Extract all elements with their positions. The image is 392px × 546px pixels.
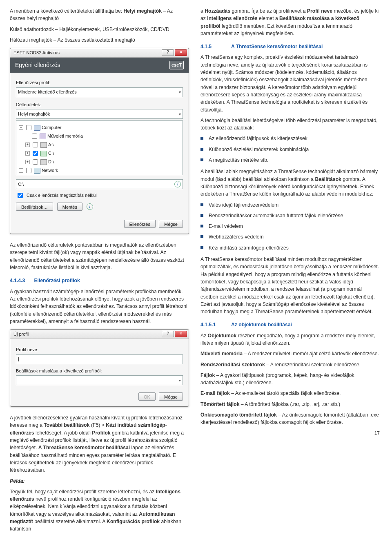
tree-checkbox[interactable] [32,134,37,139]
obj-memory: Műveleti memória – A rendszer műveleti m… [200,350,380,357]
objects-intro: Az Objektumok részben megadható, hogy a … [200,332,380,347]
ok-button[interactable]: OK [138,392,156,401]
list-item: Rendszerindításkor automatikusan futtato… [200,212,380,219]
tree-checkbox[interactable] [26,125,31,130]
list-item: Kézi indítású számítógép-ellenőrzés [200,244,380,252]
scan-button[interactable]: Ellenőrzés [124,220,156,228]
list-item: Különböző észlelési módszerek kombináció… [200,146,380,153]
titlebar: ESET NOD32 Antivirus ? ✕ [10,48,189,58]
eset-logo-icon: eseT [169,61,184,69]
heading-4151: 4.1.5.1 Az objektumok beállításai [200,321,380,328]
obj-email: E-mail fájlok – Az e-maileket tároló spe… [200,390,380,397]
threatsense-p1: A ThreatSense egy komplex, proaktív észl… [200,53,380,113]
computer-icon [34,125,40,131]
right-column: a Hozzáadás gombra. Írja be az új profil… [200,7,380,536]
window-title: ESET NOD32 Antivirus [13,49,159,56]
collapse-icon[interactable]: − [19,125,23,130]
obj-files: Fájlok – A gyakori fájltípusok (programo… [200,372,380,387]
cancel-button[interactable]: Mégse [159,220,183,228]
list-item: A megtisztítás mértéke stb. [200,156,380,164]
obj-boot: Rendszerindítási szektorok – A rendszeri… [200,361,380,368]
obj-sfx: Önkicsomagoló tömörített fájlok – Az önk… [200,411,380,426]
tree-node-computer[interactable]: − Computer [19,123,180,132]
ts-params-list: Az ellenőrizendő fájltípusok és kiterjes… [200,135,380,164]
window-title: Új profil [13,331,159,338]
profile-label: Ellenőrzési profil: [16,79,183,86]
heading-415: 4.1.5 A ThreatSense keresőmotor beállítá… [200,43,380,50]
tree-checkbox[interactable] [26,168,31,173]
network-drives-line: Hálózati meghajtók – Az összes csatlakoz… [10,36,189,44]
list-item: E-mail védelem [200,223,380,230]
page-number: 17 [200,430,380,437]
drive-icon [40,142,47,148]
example-paragraph: Tegyük fel, hogy saját ellenőrzési profi… [10,488,189,533]
profile-dropdown[interactable]: Mindenre kiterjedő ellenőrzés ▾ [16,87,183,97]
path-input[interactable]: C:\ i [16,179,183,189]
left-column: A menüben a következő célterületeket áll… [10,7,189,536]
example-heading: Példa: [10,477,189,485]
profiles-paragraph: A gyakran használt számítógép-ellenőrzés… [10,288,189,325]
intro-paragraph: A menüben a következő célterületeket áll… [10,7,189,22]
heading-4143: 4.1.4.3 Ellenőrzési profilok [10,277,189,284]
tree-node-drive-c[interactable]: + C:\ [19,149,180,158]
copy-from-label: Beállítások másolása a következő profilb… [16,368,183,374]
eset-scan-dialog: ESET NOD32 Antivirus ? ✕ Egyéni ellenőrz… [10,48,189,234]
external-drives-line: Külső adathordozók – Hajlékonylemezek, U… [10,26,189,33]
scan-only-checkbox[interactable] [18,193,23,198]
help-icon[interactable]: ? [162,49,174,56]
dialog-banner: Egyéni ellenőrzés eseT [10,58,189,73]
profile-name-label: Profil neve: [16,346,183,353]
info-icon[interactable]: i [87,203,93,210]
chevron-down-icon: ▾ [179,89,181,95]
expand-icon[interactable]: + [25,151,30,156]
expand-icon[interactable]: + [25,143,30,147]
expand-icon[interactable]: + [19,168,23,173]
threatsense-p3: A beállítási ablak megnyitásához a Threa… [200,168,380,198]
tree-node-memory[interactable]: Műveleti memória [19,132,180,140]
close-icon[interactable]: ✕ [175,331,187,337]
settings-button[interactable]: Beállítások… [16,203,53,211]
continuation-paragraph: a Hozzáadás gombra. Írja be az új profil… [200,7,380,37]
scan-only-label: Csak ellenőrzés megtisztítás nélkül [27,192,97,199]
targets-dropdown[interactable]: Helyi meghajtók ▾ [16,109,183,119]
tree-checkbox[interactable] [33,159,38,165]
tree-node-drive-a[interactable]: + A:\ [19,140,180,149]
save-button[interactable]: Mentés [57,203,82,211]
list-item: Valós idejű fájlrendszervédelem [200,201,380,209]
dialog-heading: Egyéni ellenőrzés [15,61,60,69]
network-icon [34,168,40,174]
titlebar: Új profil ? ✕ [10,330,189,339]
close-icon[interactable]: ✕ [175,49,187,56]
obj-archives: Tömörített fájlok – A tömörített fájlokb… [200,401,380,408]
profile-name-input[interactable]: | [16,354,183,364]
help-icon[interactable]: ? [162,331,174,337]
memory-icon [40,134,46,139]
targets-paragraph: Az ellenőrizendő célterületek pontosabba… [10,241,189,271]
copy-from-dropdown[interactable]: ▾ [16,375,183,385]
ts-modules-list: Valós idejű fájlrendszervédelem Rendszer… [200,201,380,252]
tree-node-drive-d[interactable]: + D:\ [19,158,180,166]
expand-icon[interactable]: + [25,160,30,164]
future-profiles-paragraph: A jövőbeli ellenőrzésekhez gyakran haszn… [10,414,189,474]
tree-node-network[interactable]: + Network [19,166,180,175]
targets-label: Célterületek: [16,101,183,108]
threatsense-p2: A technológia beállítási lehetőségeivel … [200,117,380,132]
threatsense-p4: A ThreatSense keresőmotor beállításai mi… [200,256,380,315]
tree-checkbox[interactable] [33,142,38,147]
drive-icon [40,159,47,165]
info-icon[interactable]: i [174,181,181,187]
list-item: Az ellenőrizendő fájltípusok és kiterjes… [200,135,380,142]
chevron-down-icon: ▾ [179,377,181,383]
new-profile-dialog: Új profil ? ✕ Profil neve: | Beállítások… [10,329,189,407]
chevron-down-icon: ▾ [179,111,181,117]
cancel-button[interactable]: Mégse [159,392,183,401]
targets-tree[interactable]: − Computer Műveleti memória + [16,120,183,175]
tree-checkbox[interactable] [33,151,38,156]
list-item: Webhozzáférés-védelem [200,233,380,241]
drive-icon [40,151,47,156]
